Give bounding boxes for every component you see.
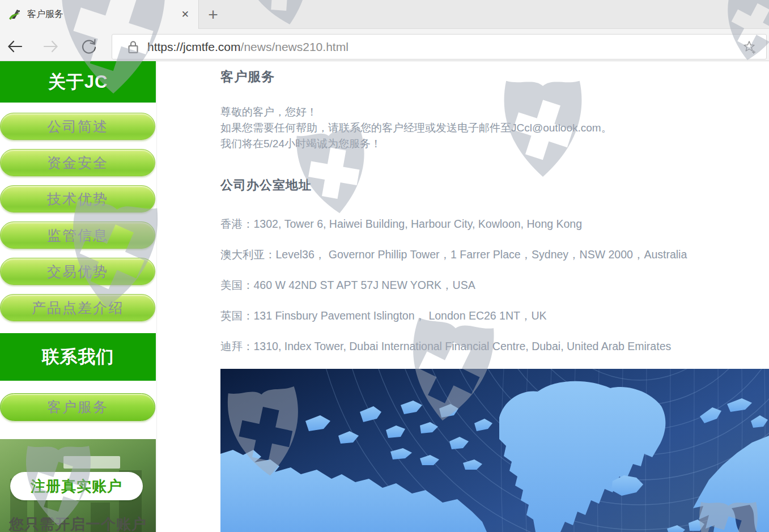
world-map-image bbox=[220, 369, 769, 532]
promo-photo-sign bbox=[63, 456, 120, 469]
refresh-icon[interactable] bbox=[80, 37, 98, 56]
sidebar: 关于JC 公司简述 资金安全 技术优势 监管信息 交易优势 产品点差介绍 联系我… bbox=[0, 61, 157, 532]
greeting-line: 如果您需要任何帮助，请联系您的客户经理或发送电子邮件至JCcl@outlook.… bbox=[220, 120, 612, 136]
office-address-heading: 公司办公室地址 bbox=[220, 177, 312, 194]
sidebar-item-tech-advantage[interactable]: 技术优势 bbox=[0, 185, 155, 212]
register-real-account-button[interactable]: 注册真实账户 bbox=[10, 472, 143, 500]
sidebar-section-about: 关于JC bbox=[0, 61, 156, 103]
main-content: 客户服务 尊敬的客户，您好！ 如果您需要任何帮助，请联系您的客户经理或发送电子邮… bbox=[220, 61, 769, 532]
address-bar[interactable]: https://jcmtfe.com/news/news210.html bbox=[112, 34, 767, 59]
browser-tab[interactable]: 客户服务 ✕ bbox=[0, 0, 199, 29]
address-hongkong: 香港：1302, Tower 6, Haiwei Building, Harbo… bbox=[220, 216, 582, 232]
sidebar-section-contact: 联系我们 bbox=[0, 333, 156, 381]
site-favicon-icon bbox=[8, 8, 22, 22]
sidebar-item-customer-service[interactable]: 客户服务 bbox=[0, 393, 155, 421]
address-usa: 美国：460 W 42ND ST APT 57J NEW YORK，USA bbox=[220, 278, 475, 293]
register-promo-panel: 注册真实账户 您只需开启一个账户 bbox=[0, 439, 156, 532]
greeting-line: 我们将在5/24小时竭诚为您服务！ bbox=[220, 136, 612, 152]
greeting-paragraph: 尊敬的客户，您好！ 如果您需要任何帮助，请联系您的客户经理或发送电子邮件至JCc… bbox=[220, 104, 612, 152]
favorite-star-icon[interactable] bbox=[742, 40, 757, 54]
page-title: 客户服务 bbox=[220, 68, 275, 86]
close-tab-icon[interactable]: ✕ bbox=[181, 10, 189, 19]
tab-title: 客户服务 bbox=[27, 8, 63, 20]
sidebar-item-regulation-info[interactable]: 监管信息 bbox=[0, 222, 155, 249]
back-icon[interactable] bbox=[6, 37, 24, 56]
forward-icon bbox=[42, 37, 60, 56]
address-australia: 澳大利亚：Level36， Governor Phillip Tower，1 F… bbox=[220, 247, 687, 262]
url-text: https://jcmtfe.com/news/news210.html bbox=[147, 40, 349, 54]
sidebar-item-trading-advantage[interactable]: 交易优势 bbox=[0, 258, 155, 285]
browser-window: 客户服务 ✕ + https://jcmtfe.com/news/news210… bbox=[0, 0, 769, 532]
sidebar-item-company-overview[interactable]: 公司简述 bbox=[0, 113, 155, 140]
lock-icon bbox=[127, 39, 139, 55]
tab-strip: 客户服务 ✕ + bbox=[0, 0, 769, 29]
address-dubai: 迪拜：1310, Index Tower, Dubai Internationa… bbox=[220, 339, 671, 354]
address-uk: 英国：131 Finsbury Pavement Islington， Lond… bbox=[220, 308, 547, 324]
new-tab-icon[interactable]: + bbox=[203, 5, 223, 25]
greeting-line: 尊敬的客户，您好！ bbox=[220, 104, 612, 120]
sidebar-item-fund-safety[interactable]: 资金安全 bbox=[0, 149, 155, 176]
promo-caption: 您只需开启一个账户 bbox=[0, 514, 156, 532]
sidebar-item-product-spreads[interactable]: 产品点差介绍 bbox=[0, 294, 155, 321]
